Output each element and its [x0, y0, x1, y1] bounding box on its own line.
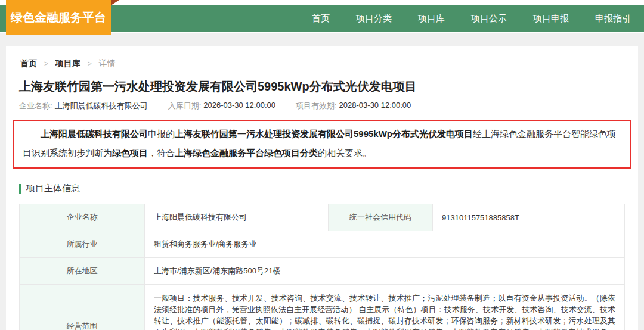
- main-nav: 首页 项目分类 项目库 项目公示 项目申报 申报指引: [312, 5, 644, 32]
- table-row-business-scope: 经营范围 一般项目：技术服务、技术开发、技术咨询、技术交流、技术转让、技术推广；…: [20, 285, 625, 330]
- highlight-segment: 的相关要求。: [318, 148, 371, 158]
- table-row-industry: 所属行业 租赁和商务服务业/商务服务业: [20, 231, 625, 258]
- table-row-company: 企业名称 上海阳晨低碳科技有限公司 统一社会信用代码 9131011575188…: [20, 204, 625, 231]
- section-bar-icon: [19, 184, 21, 194]
- nav-item-project-category[interactable]: 项目分类: [356, 13, 392, 24]
- section-title: 项目主体信息: [26, 183, 80, 194]
- breadcrumb: 首页 > 项目库 > 详情: [13, 58, 631, 69]
- nav-item-project-library[interactable]: 项目库: [418, 13, 445, 24]
- entity-info-table: 企业名称 上海阳晨低碳科技有限公司 统一社会信用代码 9131011575188…: [19, 204, 625, 330]
- nav-item-declare-guide[interactable]: 申报指引: [595, 13, 631, 24]
- highlight-segment: 上海绿色金融服务平台绿色项目分类: [175, 148, 318, 158]
- meta-entry-date-value: 2026-03-30 12:00:00: [203, 101, 275, 111]
- region-label: 所在地区: [20, 258, 145, 285]
- highlight-paragraph: 上海阳晨低碳科技有限公司申报的上海友联竹园第一污水处理投资发展有限公司5995k…: [23, 124, 621, 163]
- meta-company-value: 上海阳晨低碳科技有限公司: [55, 101, 148, 111]
- green-project-assessment-box: 上海阳晨低碳科技有限公司申报的上海友联竹园第一污水处理投资发展有限公司5995k…: [13, 120, 631, 169]
- nav-item-project-publicity[interactable]: 项目公示: [471, 13, 507, 24]
- breadcrumb-separator-icon: >: [88, 60, 92, 68]
- meta-validity: 项目有效期: 2028-03-30 12:00:00: [296, 101, 411, 111]
- page-title: 上海友联竹园第一污水处理投资发展有限公司5995kWp分布式光伏发电项目: [19, 79, 631, 95]
- content-card: 首页 > 项目库 > 详情 上海友联竹园第一污水处理投资发展有限公司5995kW…: [6, 46, 638, 330]
- highlight-segment: ，符合: [148, 148, 175, 158]
- logo-fold-corner-icon: [111, 0, 119, 5]
- meta-company: 企业名称: 上海阳晨低碳科技有限公司: [19, 101, 148, 111]
- meta-entry-date-label: 入库日期:: [168, 101, 202, 111]
- credit-code-label: 统一社会信用代码: [329, 204, 433, 231]
- region-value: 上海市/浦东新区/浦东南路500号21楼: [145, 258, 625, 285]
- nav-item-home[interactable]: 首页: [312, 13, 330, 24]
- nav-item-project-declare[interactable]: 项目申报: [533, 13, 569, 24]
- table-row-region: 所在地区 上海市/浦东新区/浦东南路500号21楼: [20, 258, 625, 285]
- highlight-segment: 绿色项目: [112, 148, 148, 158]
- platform-logo[interactable]: 绿色金融服务平台: [6, 0, 111, 35]
- highlight-segment: 申报的: [148, 129, 175, 139]
- top-header: 绿色金融服务平台 首页 项目分类 项目库 项目公示 项目申报 申报指引: [0, 0, 644, 33]
- section-header-entity-info: 项目主体信息: [19, 183, 631, 194]
- breadcrumb-library[interactable]: 项目库: [55, 58, 80, 68]
- business-scope-value: 一般项目：技术服务、技术开发、技术咨询、技术交流、技术转让、技术推广；污泥处理装…: [145, 285, 625, 330]
- breadcrumb-home[interactable]: 首页: [20, 58, 37, 68]
- project-meta: 企业名称: 上海阳晨低碳科技有限公司 入库日期: 2026-03-30 12:0…: [19, 101, 631, 111]
- breadcrumb-current: 详情: [99, 58, 116, 68]
- company-name-label: 企业名称: [20, 204, 145, 231]
- meta-validity-label: 项目有效期:: [296, 101, 337, 111]
- business-scope-label: 经营范围: [20, 285, 145, 330]
- industry-value: 租赁和商务服务业/商务服务业: [145, 231, 625, 258]
- breadcrumb-separator-icon: >: [44, 60, 48, 68]
- meta-company-label: 企业名称:: [19, 101, 52, 111]
- highlight-segment: 上海友联竹园第一污水处理投资发展有限公司5995kWp分布式光伏发电项目: [175, 129, 473, 139]
- meta-validity-value: 2028-03-30 12:00:00: [339, 101, 411, 111]
- credit-code-value: 91310115751885858T: [433, 204, 625, 231]
- highlight-segment: 上海阳晨低碳科技有限公司: [41, 129, 148, 139]
- industry-label: 所属行业: [20, 231, 145, 258]
- company-name-value: 上海阳晨低碳科技有限公司: [145, 204, 329, 231]
- meta-entry-date: 入库日期: 2026-03-30 12:00:00: [168, 101, 275, 111]
